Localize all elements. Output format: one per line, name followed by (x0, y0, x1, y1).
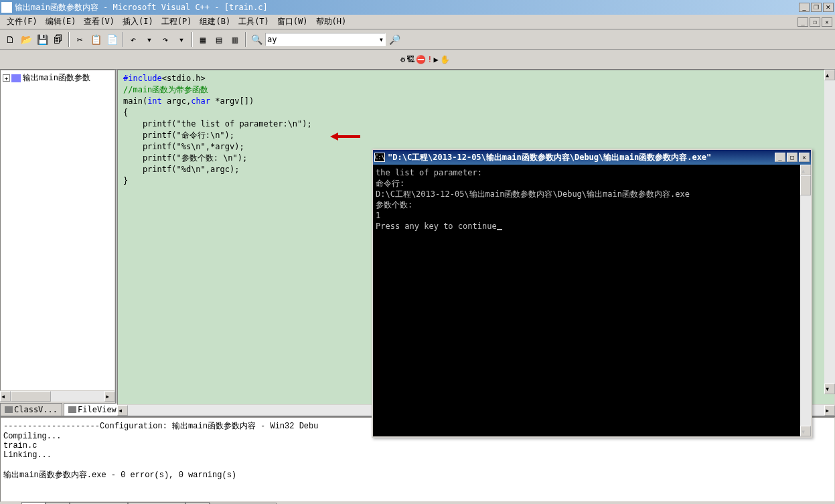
expand-icon[interactable]: + (3, 74, 10, 82)
copy-icon[interactable]: 📋 (88, 32, 103, 47)
folder-icon (11, 74, 21, 82)
sidebar-tabs: ClassV... FileView (0, 402, 115, 416)
breakpoint-icon[interactable]: ✋ (440, 55, 450, 64)
console-title: "D:\C工程\2013-12-05\输出main函数参数内容\Debug\输出… (388, 152, 775, 163)
console-vscroll[interactable]: ▴ ▾ (800, 165, 811, 436)
menu-bar: 文件(F) 编辑(E) 查看(V) 插入(I) 工程(P) 组建(B) 工具(T… (0, 15, 835, 29)
scroll-track[interactable] (11, 391, 104, 402)
scroll-left-icon[interactable]: ◂ (0, 391, 11, 402)
scroll-thumb[interactable] (800, 175, 811, 195)
workspace-tree[interactable]: + 输出main函数参数 (0, 70, 115, 391)
document-buttons: _ ❐ ✕ (798, 17, 832, 27)
close-button[interactable]: ✕ (823, 3, 834, 12)
tab-fileview[interactable]: FileView (64, 403, 121, 416)
open-file-icon[interactable]: 📂 (19, 32, 33, 47)
menu-view[interactable]: 查看(V) (80, 15, 119, 29)
new-file-icon[interactable]: 🗋 (3, 32, 17, 47)
save-icon[interactable]: 💾 (35, 32, 50, 47)
redo-icon[interactable]: ↷ (158, 32, 173, 47)
go-icon[interactable]: ▶ (433, 55, 438, 64)
scroll-right-icon[interactable]: ▸ (104, 391, 115, 402)
scroll-down-icon[interactable]: ▾ (824, 384, 835, 394)
separator (245, 32, 246, 47)
redo-dropdown-icon[interactable]: ▾ (174, 32, 189, 47)
tree-hscroll[interactable]: ◂ ▸ (0, 391, 115, 402)
annotation-arrow-icon (330, 131, 360, 142)
scroll-up-icon[interactable]: ▴ (824, 70, 835, 80)
console-body[interactable]: the list of parameter: 命令行: D:\C工程\2013-… (373, 165, 811, 436)
menu-window[interactable]: 窗口(W) (273, 15, 312, 29)
stop-build-icon[interactable]: ⛔ (416, 55, 426, 64)
console-window[interactable]: C:\ "D:\C工程\2013-12-05\输出main函数参数内容\Debu… (372, 149, 812, 438)
cut-icon[interactable]: ✂ (72, 32, 87, 47)
console-maximize-button[interactable]: □ (787, 153, 798, 162)
paste-icon[interactable]: 📄 (104, 32, 119, 47)
scroll-down-icon[interactable]: ▾ (800, 426, 811, 436)
scroll-track[interactable] (800, 175, 811, 426)
separator (192, 32, 193, 47)
menu-build[interactable]: 组建(B) (196, 15, 234, 29)
undo-icon[interactable]: ↶ (126, 32, 141, 47)
window-buttons: _ ❐ ✕ (799, 3, 834, 12)
menu-edit[interactable]: 编辑(E) (42, 15, 80, 29)
console-minimize-button[interactable]: _ (775, 153, 785, 162)
scroll-up-icon[interactable]: ▴ (800, 165, 811, 175)
compile-icon[interactable]: ⚙ (400, 55, 405, 64)
undo-dropdown-icon[interactable]: ▾ (142, 32, 157, 47)
find-combo[interactable]: ay▾ (265, 33, 386, 46)
app-icon (1, 2, 12, 13)
console-close-button[interactable]: ✕ (799, 153, 810, 162)
search-icon[interactable]: 🔎 (387, 32, 402, 47)
workspace-icon[interactable]: ▦ (196, 32, 210, 47)
cursor-icon (497, 229, 502, 230)
window-titlebar: 输出main函数参数内容 - Microsoft Visual C++ - [t… (0, 0, 835, 15)
find-icon[interactable]: 🔍 (249, 32, 264, 47)
build-icon[interactable]: 🏗 (406, 55, 414, 64)
scroll-thumb[interactable] (11, 391, 51, 402)
fileview-icon (68, 406, 76, 413)
console-buttons: _ □ ✕ (775, 153, 810, 162)
tile-icon[interactable]: ▥ (228, 32, 242, 47)
window-title: 输出main函数参数内容 - Microsoft Visual C++ - [t… (15, 2, 799, 13)
separator (122, 32, 123, 47)
menu-file[interactable]: 文件(F) (3, 15, 42, 29)
separator (68, 32, 70, 47)
classview-icon (5, 406, 13, 413)
menu-tools[interactable]: 工具(T) (234, 15, 273, 29)
save-all-icon[interactable]: 🗐 (51, 32, 66, 47)
restore-button[interactable]: ❐ (811, 3, 822, 12)
main-toolbar: 🗋 📂 💾 🗐 ✂ 📋 📄 ↶ ▾ ↷ ▾ ▦ ▤ ▥ 🔍 ay▾ 🔎 (0, 29, 835, 50)
console-titlebar[interactable]: C:\ "D:\C工程\2013-12-05\输出main函数参数内容\Debu… (373, 150, 811, 165)
tree-node[interactable]: + 输出main函数参数 (2, 72, 113, 84)
doc-restore-button[interactable]: ❐ (810, 17, 820, 27)
menu-help[interactable]: 帮助(H) (312, 15, 351, 29)
scroll-track[interactable] (824, 80, 835, 384)
execute-icon[interactable]: ! (427, 55, 432, 64)
doc-minimize-button[interactable]: _ (798, 17, 808, 27)
minimize-button[interactable]: _ (799, 3, 810, 12)
window-list-icon[interactable]: ▤ (212, 32, 226, 47)
editor-vscroll[interactable]: ▴ ▾ (824, 70, 835, 394)
build-toolbar: ⚙ 🏗 ⛔ ! ▶ ✋ (0, 50, 835, 70)
console-icon: C:\ (374, 153, 385, 162)
node-label: 输出main函数参数 (23, 72, 90, 84)
tab-classview[interactable]: ClassV... (0, 403, 62, 416)
scroll-left-icon[interactable]: ◂ (117, 405, 128, 416)
workspace-sidebar: + 输出main函数参数 ◂ ▸ ClassV... FileView (0, 70, 117, 416)
scroll-right-icon[interactable]: ▸ (824, 405, 835, 416)
menu-insert[interactable]: 插入(I) (119, 15, 157, 29)
doc-close-button[interactable]: ✕ (822, 17, 832, 27)
menu-project[interactable]: 工程(P) (157, 15, 196, 29)
